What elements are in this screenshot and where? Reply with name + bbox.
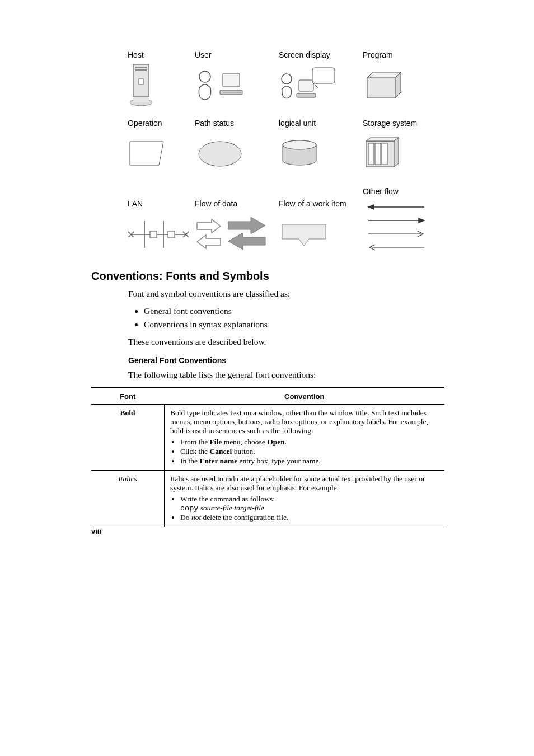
svg-point-10 bbox=[282, 74, 292, 84]
svg-rect-1 bbox=[135, 67, 147, 68]
svg-rect-31 bbox=[168, 231, 175, 238]
host-icon bbox=[128, 66, 154, 105]
convention-cell: Italics are used to indicate a placehold… bbox=[165, 470, 445, 527]
list-item: Conventions in syntax explanations bbox=[144, 319, 444, 331]
figure-label: Flow of a work item bbox=[279, 199, 346, 208]
symbol-legend-figure: Host User bbox=[128, 50, 444, 254]
storage-system-icon bbox=[363, 134, 402, 173]
flow-of-data-icon bbox=[195, 215, 268, 254]
figure-label: LAN bbox=[128, 199, 143, 208]
font-conventions-table: Font Convention Bold Bold type indicates… bbox=[91, 387, 444, 527]
svg-marker-38 bbox=[228, 217, 265, 234]
svg-marker-23 bbox=[394, 138, 399, 167]
svg-rect-24 bbox=[368, 143, 374, 165]
svg-marker-37 bbox=[197, 235, 221, 248]
svg-marker-22 bbox=[366, 138, 399, 141]
convention-cell: Bold type indicates text on a window, ot… bbox=[165, 404, 445, 470]
svg-point-18 bbox=[199, 142, 241, 166]
svg-rect-26 bbox=[382, 143, 387, 165]
sub-intro-paragraph: The following table lists the general fo… bbox=[128, 369, 444, 381]
flow-of-work-item-icon bbox=[279, 215, 329, 254]
svg-rect-7 bbox=[223, 73, 240, 87]
table-header: Font bbox=[91, 387, 165, 405]
figure-label: Host bbox=[128, 50, 144, 59]
figure-row: LAN bbox=[128, 187, 444, 254]
figure-label: logical unit bbox=[279, 119, 316, 128]
list-item: General font conventions bbox=[144, 306, 444, 317]
figure-row: Host User bbox=[128, 50, 444, 105]
figure-row: Operation Path status logical unit bbox=[128, 119, 444, 173]
svg-rect-11 bbox=[299, 80, 313, 91]
lan-icon bbox=[128, 215, 189, 254]
table-row: Bold Bold type indicates text on a windo… bbox=[91, 404, 444, 470]
font-label-bold: Bold bbox=[120, 408, 135, 417]
section-heading: Conventions: Fonts and Symbols bbox=[91, 270, 444, 283]
list-item: Write the command as follows: copy sourc… bbox=[180, 495, 439, 513]
list-item: Click the Cancel button. bbox=[180, 447, 439, 456]
figure-label: Other flow bbox=[363, 187, 399, 196]
page-number: viii bbox=[91, 527, 101, 536]
logical-unit-icon bbox=[279, 134, 320, 173]
list-item: Do not delete the configuration file. bbox=[180, 513, 439, 522]
closing-paragraph: These conventions are described below. bbox=[128, 336, 444, 348]
list-item: From the File menu, choose Open. bbox=[180, 438, 439, 447]
svg-marker-14 bbox=[367, 78, 395, 98]
sub-heading: General Font Conventions bbox=[128, 356, 444, 365]
figure-label: User bbox=[195, 50, 212, 59]
convention-description: Italics are used to indicate a placehold… bbox=[170, 475, 425, 492]
svg-rect-3 bbox=[139, 79, 143, 84]
svg-marker-42 bbox=[368, 205, 374, 209]
svg-point-6 bbox=[199, 71, 210, 82]
user-icon bbox=[195, 66, 251, 105]
svg-rect-25 bbox=[375, 143, 381, 165]
screen-display-icon bbox=[279, 66, 340, 105]
table-row: Italics Italics are used to indicate a p… bbox=[91, 470, 444, 527]
svg-point-20 bbox=[283, 140, 316, 149]
classification-list: General font conventions Conventions in … bbox=[128, 306, 444, 331]
svg-marker-36 bbox=[197, 219, 221, 233]
svg-marker-40 bbox=[282, 224, 326, 246]
svg-rect-5 bbox=[133, 97, 149, 102]
svg-rect-30 bbox=[150, 231, 157, 238]
path-status-icon bbox=[195, 134, 245, 173]
figure-label: Storage system bbox=[363, 119, 417, 128]
svg-rect-12 bbox=[297, 93, 316, 97]
svg-rect-2 bbox=[135, 69, 147, 71]
convention-description: Bold type indicates text on a window, ot… bbox=[170, 408, 428, 435]
table-header: Convention bbox=[165, 387, 445, 405]
svg-marker-17 bbox=[130, 142, 163, 165]
figure-label: Program bbox=[363, 50, 393, 59]
figure-label: Screen display bbox=[279, 50, 330, 59]
list-item: In the Enter name entry box, type your n… bbox=[180, 457, 439, 466]
intro-paragraph: Font and symbol conventions are classifi… bbox=[128, 288, 444, 300]
program-icon bbox=[363, 66, 407, 105]
figure-label: Path status bbox=[195, 119, 234, 128]
figure-label: Operation bbox=[128, 119, 162, 128]
svg-marker-44 bbox=[419, 218, 424, 223]
operation-icon bbox=[128, 134, 167, 173]
svg-marker-39 bbox=[228, 233, 265, 250]
figure-label: Flow of data bbox=[195, 199, 237, 208]
other-flow-icon bbox=[363, 203, 430, 254]
font-label-italics: Italics bbox=[118, 475, 137, 483]
svg-rect-13 bbox=[312, 68, 335, 83]
